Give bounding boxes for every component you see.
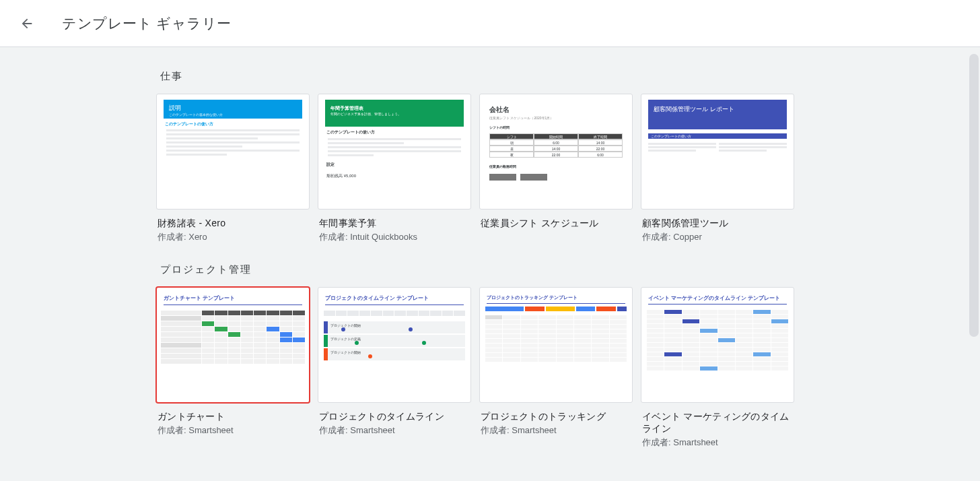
header: テンプレート ギャラリー (0, 0, 980, 47)
section-heading-pm: プロジェクト管理 (160, 263, 802, 276)
template-author: 作成者: Smartsheet (481, 424, 633, 437)
template-title: 従業員シフト スケジュール (481, 218, 633, 230)
template-row: ガントチャート テンプレート ガントチャ (156, 287, 802, 449)
template-card: イベント マーケティングのタイムライン テンプレート (641, 287, 794, 449)
thumb-label: 年間のビジネス予算を計画、管理しましょう。 (330, 112, 458, 116)
template-card: プロジェクトのトラッキング テンプレート (479, 287, 633, 449)
template-title: 年間事業予算 (319, 218, 471, 230)
template-card: 年間予算管理表 年間のビジネス予算を計画、管理しましょう。 このテンプレートの使… (318, 94, 471, 243)
back-arrow-icon[interactable] (19, 15, 35, 32)
page-title: テンプレート ギャラリー (62, 14, 232, 33)
template-author: 作成者: Intuit Quickbooks (319, 231, 471, 243)
template-title: 財務諸表 - Xero (158, 218, 310, 230)
content: 仕事 説明 このテンプレートの基本的な使い方 このテンプレートの使い方 財務諸表… (0, 47, 980, 481)
thumb-label: このテンプレートの使い方 (165, 121, 301, 127)
template-author: 作成者: Xero (158, 231, 310, 243)
template-title: 顧客関係管理ツール (642, 218, 794, 230)
template-thumbnail-tracking[interactable]: プロジェクトのトラッキング テンプレート (479, 287, 633, 403)
template-card: 顧客関係管理ツール レポート このテンプレートの使い方 顧客関係管理ツール 作成… (641, 94, 794, 243)
template-thumbnail-timeline[interactable]: プロジェクトのタイムライン テンプレート プロジェクトの開始 プロジェクトの定義… (318, 287, 471, 403)
thumb-label: プロジェクトのトラッキング テンプレート (487, 294, 625, 301)
template-row: 説明 このテンプレートの基本的な使い方 このテンプレートの使い方 財務諸表 - … (156, 94, 802, 243)
template-thumbnail-shift[interactable]: 会社名 従業員シフト スケジュール（2020年1月） シフトの時間 シフト開始時… (479, 94, 633, 210)
template-author: 作成者: Smartsheet (158, 424, 310, 437)
thumb-label: 期初残高 ¥5,000 (326, 173, 462, 179)
template-card: ガントチャート テンプレート ガントチャ (156, 287, 310, 449)
thumb-label: 会社名 (489, 105, 623, 115)
scrollbar[interactable] (969, 54, 979, 474)
template-card: 会社名 従業員シフト スケジュール（2020年1月） シフトの時間 シフト開始時… (479, 94, 633, 243)
template-thumbnail-gantt[interactable]: ガントチャート テンプレート (156, 287, 310, 403)
template-thumbnail-event-marketing[interactable]: イベント マーケティングのタイムライン テンプレート (641, 287, 794, 403)
thumb-label: このテンプレートの使い方 (648, 133, 787, 139)
thumb-label: 説明 (169, 104, 297, 113)
template-title: プロジェクトのタイムライン (319, 411, 471, 423)
thumb-label: シフトの時間 (489, 125, 623, 129)
template-author: 作成者: Smartsheet (642, 437, 794, 449)
thumb-label: 従業員シフト スケジュール（2020年1月） (489, 116, 623, 120)
thumb-label: プロジェクトのタイムライン テンプレート (325, 294, 464, 302)
template-title: イベント マーケティングのタイムライン (642, 411, 794, 435)
scrollbar-thumb[interactable] (969, 54, 979, 337)
template-author: 作成者: Copper (642, 231, 794, 243)
section-heading-work: 仕事 (160, 70, 802, 83)
template-title: プロジェクトのトラッキング (481, 411, 633, 423)
template-author: 作成者: Smartsheet (319, 424, 471, 437)
template-title: ガントチャート (158, 411, 310, 423)
thumb-label: このテンプレートの基本的な使い方 (169, 113, 297, 117)
thumb-label: 顧客関係管理ツール レポート (648, 100, 787, 129)
thumb-label: 年間予算管理表 (330, 105, 458, 112)
template-thumbnail-xero[interactable]: 説明 このテンプレートの基本的な使い方 このテンプレートの使い方 (156, 94, 310, 210)
template-thumbnail-crm[interactable]: 顧客関係管理ツール レポート このテンプレートの使い方 (641, 94, 794, 210)
thumb-label: このテンプレートの使い方 (326, 129, 462, 135)
template-card: 説明 このテンプレートの基本的な使い方 このテンプレートの使い方 財務諸表 - … (156, 94, 310, 243)
template-thumbnail-budget[interactable]: 年間予算管理表 年間のビジネス予算を計画、管理しましょう。 このテンプレートの使… (318, 94, 471, 210)
thumb-label: ガントチャート テンプレート (164, 294, 302, 302)
template-card: プロジェクトのタイムライン テンプレート プロジェクトの開始 プロジェクトの定義… (318, 287, 471, 449)
thumb-label: イベント マーケティングのタイムライン テンプレート (648, 294, 787, 302)
